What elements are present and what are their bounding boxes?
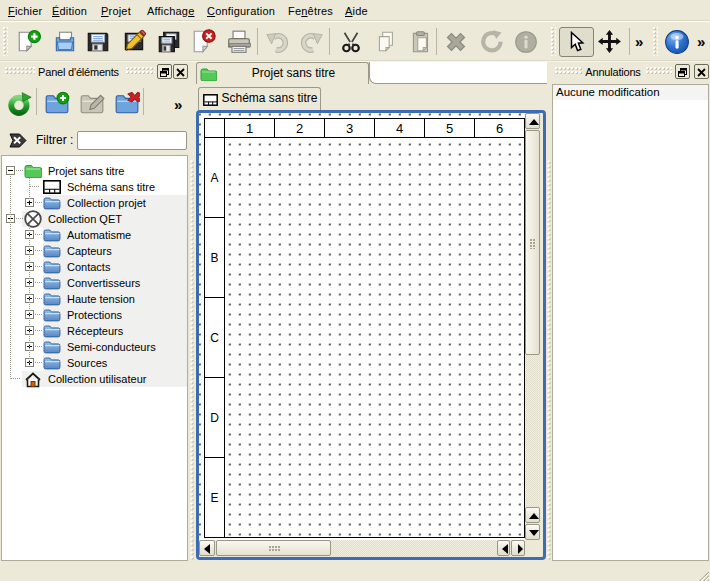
svg-text:6: 6 [496,121,503,136]
svg-text:4: 4 [396,121,403,136]
svg-text:5: 5 [446,121,453,136]
svg-text:1: 1 [246,121,253,136]
svg-text:2: 2 [296,121,303,136]
svg-text:D: D [210,411,219,425]
svg-text:B: B [210,251,218,265]
svg-text:A: A [210,171,218,185]
svg-text:E: E [210,491,218,505]
svg-text:3: 3 [346,121,353,136]
svg-text:C: C [210,331,219,345]
